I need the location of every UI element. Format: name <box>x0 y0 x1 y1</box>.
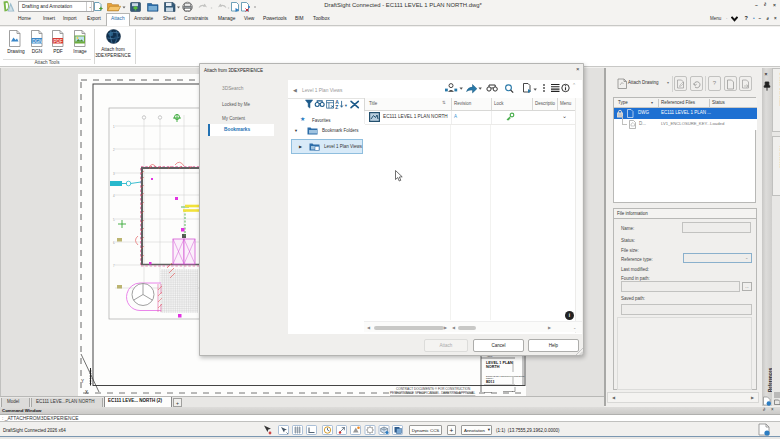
svg-text:DGN: DGN <box>32 39 42 44</box>
svg-text:▾: ▾ <box>345 103 348 108</box>
svg-text:BD13: BD13 <box>486 380 494 384</box>
svg-text:1: 1 <box>113 125 115 129</box>
svg-text:LEVEL 1 PLAN: LEVEL 1 PLAN <box>486 361 513 365</box>
svg-text:Z: Z <box>335 105 338 110</box>
svg-text:⌃: ⌃ <box>572 82 576 88</box>
svg-text:PDF: PDF <box>53 39 62 44</box>
svg-text:3: 3 <box>113 172 115 176</box>
svg-text:Y: Y <box>81 379 84 384</box>
svg-text:X: X <box>85 390 88 395</box>
svg-text:NORTH: NORTH <box>486 377 494 379</box>
svg-text:NORTH: NORTH <box>486 365 500 369</box>
svg-text:2: 2 <box>113 148 115 152</box>
svg-text:6: 6 <box>113 241 115 245</box>
svg-text:5: 5 <box>113 218 115 222</box>
svg-text:7: 7 <box>113 264 115 268</box>
svg-text:4: 4 <box>113 194 115 198</box>
svg-text:PERFORMANCE SPECIFICATION - DE: PERFORMANCE SPECIFICATION - DEFERRED APP… <box>390 391 476 395</box>
